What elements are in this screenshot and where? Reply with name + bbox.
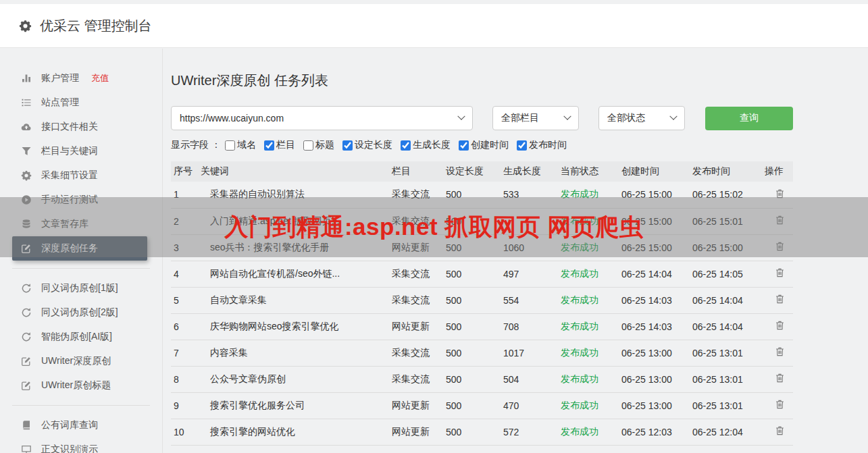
set-length-cell: 500 bbox=[443, 313, 501, 340]
edit-icon bbox=[20, 380, 32, 391]
filter-icon bbox=[20, 146, 32, 157]
gear-icon bbox=[20, 170, 32, 181]
display-field-label: 域名 bbox=[237, 139, 256, 151]
display-field-checkbox[interactable] bbox=[401, 140, 411, 151]
status-filter-select[interactable]: 全部状态 bbox=[598, 106, 685, 130]
row-index-cell: 5 bbox=[171, 287, 198, 313]
delete-task-button[interactable] bbox=[775, 373, 785, 383]
row-index-cell: 9 bbox=[171, 392, 198, 419]
display-field-checkbox[interactable] bbox=[459, 140, 469, 151]
page-title: UWriter深度原创 任务列表 bbox=[171, 71, 868, 90]
display-field-checkbox[interactable] bbox=[264, 140, 274, 151]
sidebar-item-account[interactable]: 账户管理 充值 bbox=[0, 66, 162, 90]
table-row: 8 公众号文章伪原创 采集交流 500 504 发布成功 06-25 13:00… bbox=[171, 366, 793, 392]
created-time-cell: 06-25 14:03 bbox=[619, 287, 690, 313]
display-field-option[interactable]: 栏目 bbox=[264, 139, 295, 151]
created-time-cell: 06-25 12:03 bbox=[619, 419, 690, 445]
keyword-cell: 网站自动化宣传机器/seo外链... bbox=[198, 261, 389, 287]
trash-icon bbox=[775, 399, 785, 410]
cloud-upload-icon bbox=[20, 122, 32, 132]
display-field-option[interactable]: 域名 bbox=[225, 139, 256, 151]
col-header-actions: 操作 bbox=[762, 161, 793, 182]
gear-icon bbox=[19, 20, 32, 32]
sidebar-item-uwriter-original-title[interactable]: UWriter原创标题 bbox=[0, 373, 162, 398]
col-header-created: 创建时间 bbox=[619, 161, 690, 182]
col-header-no: 序号 bbox=[171, 161, 198, 182]
display-field-checkbox[interactable] bbox=[225, 140, 235, 151]
created-time-cell: 06-25 14:03 bbox=[619, 313, 690, 340]
gen-length-cell: 470 bbox=[501, 392, 558, 419]
status-cell: 发布成功 bbox=[558, 313, 619, 340]
table-row: 7 内容采集 采集交流 500 1017 发布成功 06-25 13:00 06… bbox=[171, 340, 793, 366]
table-header-row: 序号 关键词 栏目 设定长度 生成长度 当前状态 创建时间 发布时间 操作 bbox=[171, 161, 793, 182]
actions-cell bbox=[762, 287, 793, 313]
set-length-cell: 500 bbox=[443, 340, 501, 366]
watermark-overlay: 入门到精通:asp.net 抓取网页 网页爬虫 bbox=[0, 197, 868, 257]
col-header-set-length: 设定长度 bbox=[443, 161, 501, 182]
table-row: 6 庆华购物网站seo搜索引擎优化 网站更新 500 708 发布成功 06-2… bbox=[171, 313, 793, 340]
display-field-label: 设定长度 bbox=[355, 139, 392, 151]
recharge-link[interactable]: 充值 bbox=[91, 72, 109, 84]
keyword-cell: 自动文章采集 bbox=[198, 287, 389, 313]
actions-cell bbox=[762, 392, 793, 419]
row-index-cell: 8 bbox=[171, 366, 198, 392]
keyword-cell: 搜索引擎优化服务公司 bbox=[198, 392, 389, 419]
column-cell: 采集交流 bbox=[389, 287, 443, 313]
display-fields-label: 显示字段 ： bbox=[171, 139, 221, 151]
row-index-cell: 6 bbox=[171, 313, 198, 340]
row-index-cell: 4 bbox=[171, 261, 198, 287]
created-time-cell: 06-25 14:04 bbox=[619, 261, 690, 287]
sidebar-divider bbox=[12, 405, 150, 406]
sidebar-item-content-recognition-demo[interactable]: 正文识别演示 bbox=[0, 437, 162, 453]
display-field-option[interactable]: 设定长度 bbox=[342, 139, 392, 151]
filter-bar: https://www.ucaiyun.com 全部栏目 全部状态 查询 bbox=[171, 106, 868, 130]
sidebar-item-uwriter-deep-original[interactable]: UWriter深度原创 bbox=[0, 349, 162, 373]
sidebar-item-public-dictionary[interactable]: 公有词库查询 bbox=[0, 413, 162, 437]
column-filter-select[interactable]: 全部栏目 bbox=[492, 106, 579, 130]
col-header-published: 发布时间 bbox=[690, 161, 762, 182]
display-field-option[interactable]: 标题 bbox=[303, 139, 334, 151]
sidebar-item-collect-settings[interactable]: 采集细节设置 bbox=[0, 163, 162, 188]
status-cell: 发布成功 bbox=[558, 340, 619, 366]
gen-length-cell: 554 bbox=[501, 287, 558, 313]
sidebar-item-columns-keywords[interactable]: 栏目与关键词 bbox=[0, 139, 162, 163]
display-field-option[interactable]: 创建时间 bbox=[459, 139, 509, 151]
display-field-checkbox[interactable] bbox=[342, 140, 353, 151]
table-row: 4 网站自动化宣传机器/seo外链... 采集交流 500 497 发布成功 0… bbox=[171, 261, 793, 287]
set-length-cell: 500 bbox=[443, 366, 501, 392]
set-length-cell: 500 bbox=[443, 392, 501, 419]
display-field-option[interactable]: 生成长度 bbox=[401, 139, 451, 151]
site-select[interactable]: https://www.ucaiyun.com bbox=[171, 106, 473, 130]
display-field-label: 创建时间 bbox=[471, 139, 509, 151]
status-filter-value: 全部状态 bbox=[607, 112, 645, 124]
sidebar-item-sites[interactable]: 站点管理 bbox=[0, 90, 162, 115]
delete-task-button[interactable] bbox=[775, 294, 785, 304]
published-time-cell: 06-25 13:01 bbox=[690, 366, 762, 392]
delete-task-button[interactable] bbox=[775, 267, 785, 278]
delete-task-button[interactable] bbox=[775, 399, 785, 410]
delete-task-button[interactable] bbox=[775, 320, 785, 331]
col-header-column: 栏目 bbox=[389, 161, 443, 182]
display-field-checkbox[interactable] bbox=[303, 140, 313, 151]
display-field-checkbox[interactable] bbox=[517, 140, 527, 151]
site-select-value: https://www.ucaiyun.com bbox=[180, 113, 284, 124]
chevron-down-icon bbox=[457, 113, 465, 120]
sidebar-item-label: 同义词伪原创[1版] bbox=[41, 282, 118, 294]
delete-task-button[interactable] bbox=[775, 425, 785, 436]
col-header-status: 当前状态 bbox=[558, 161, 619, 182]
book-icon bbox=[20, 420, 32, 431]
sidebar-item-ai-rewrite[interactable]: 智能伪原创[AI版] bbox=[0, 325, 162, 349]
keyword-cell: 搜索引擎的网站优化 bbox=[198, 419, 389, 445]
sidebar-item-label: 接口文件相关 bbox=[41, 121, 98, 133]
sidebar-item-synonym-rewrite-v1[interactable]: 同义词伪原创[1版] bbox=[0, 276, 162, 300]
display-fields-options: 域名 栏目 标题 设定长度 生成长度 创建时间 发布时间 bbox=[225, 139, 575, 151]
display-field-option[interactable]: 发布时间 bbox=[517, 139, 567, 151]
sidebar-item-synonym-rewrite-v2[interactable]: 同义词伪原创[2版] bbox=[0, 300, 162, 325]
delete-task-button[interactable] bbox=[775, 346, 785, 357]
sidebar-divider bbox=[12, 268, 150, 269]
query-button[interactable]: 查询 bbox=[705, 107, 793, 130]
column-cell: 网站更新 bbox=[389, 392, 443, 419]
sidebar-item-api-files[interactable]: 接口文件相关 bbox=[0, 115, 162, 139]
published-time-cell: 06-25 14:04 bbox=[690, 313, 762, 340]
chevron-down-icon bbox=[669, 113, 677, 120]
